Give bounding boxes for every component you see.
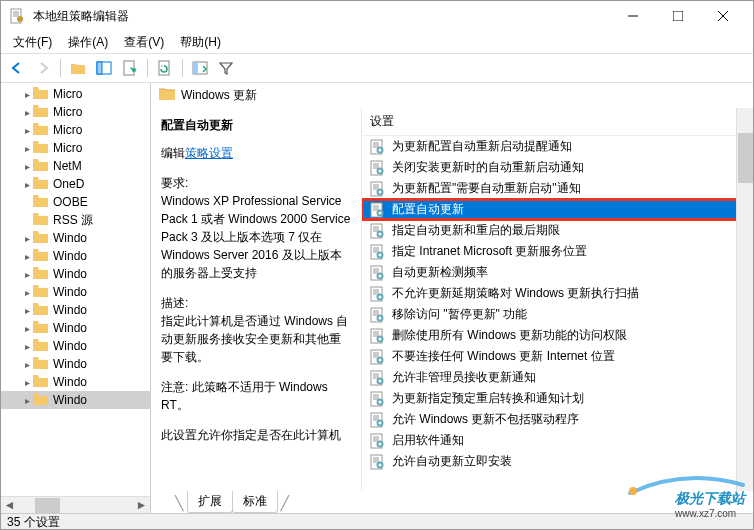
policy-icon	[370, 202, 386, 218]
folder-icon	[33, 393, 49, 407]
show-hide-tree-button[interactable]	[92, 56, 116, 80]
setting-item[interactable]: 关闭安装更新时的自动重新启动通知	[362, 157, 753, 178]
tree-item[interactable]: ▸NetM	[1, 157, 150, 175]
tree-item[interactable]: OOBE	[1, 193, 150, 211]
requirements-label: 要求:	[161, 174, 351, 192]
tree-item[interactable]: ▸Windo	[1, 283, 150, 301]
back-button[interactable]	[5, 56, 29, 80]
setting-item[interactable]: 移除访问 "暂停更新" 功能	[362, 304, 753, 325]
setting-item[interactable]: 为更新配置"需要自动重新启动"通知	[362, 178, 753, 199]
setting-item[interactable]: 为更新配置自动重新启动提醒通知	[362, 136, 753, 157]
setting-item-label: 为更新配置自动重新启动提醒通知	[392, 138, 572, 155]
tree-item[interactable]: ▸Micro	[1, 103, 150, 121]
maximize-button[interactable]	[655, 1, 700, 31]
minimize-button[interactable]	[610, 1, 655, 31]
policy-icon	[370, 370, 386, 386]
tree-item[interactable]: ▸Micro	[1, 139, 150, 157]
expand-icon[interactable]: ▸	[21, 161, 33, 172]
expand-icon[interactable]: ▸	[21, 395, 33, 406]
window-controls	[610, 1, 745, 31]
settings-list: 为更新配置自动重新启动提醒通知关闭安装更新时的自动重新启动通知为更新配置"需要自…	[362, 136, 753, 491]
properties-button[interactable]	[118, 56, 142, 80]
vertical-scrollbar[interactable]	[736, 108, 753, 491]
expand-icon[interactable]: ▸	[21, 269, 33, 280]
tree-item[interactable]: ▸Micro	[1, 121, 150, 139]
export-button[interactable]	[188, 56, 212, 80]
horizontal-scrollbar[interactable]: ◄►	[1, 496, 150, 513]
expand-icon[interactable]: ▸	[21, 179, 33, 190]
tree-item[interactable]: ▸Windo	[1, 337, 150, 355]
close-button[interactable]	[700, 1, 745, 31]
folder-icon	[33, 267, 49, 281]
menu-action[interactable]: 操作(A)	[60, 32, 116, 53]
svg-point-4	[17, 16, 23, 22]
setting-item[interactable]: 允许非管理员接收更新通知	[362, 367, 753, 388]
tree-item[interactable]: ▸Windo	[1, 319, 150, 337]
tree-item[interactable]: ▸Windo	[1, 391, 150, 409]
tab-extended[interactable]: 扩展	[187, 491, 233, 513]
more-text: 此设置允许你指定是否在此计算机	[161, 426, 351, 444]
setting-item[interactable]: 为更新指定预定重启转换和通知计划	[362, 388, 753, 409]
setting-item-label: 删除使用所有 Windows 更新功能的访问权限	[392, 327, 627, 344]
setting-item[interactable]: 允许 Windows 更新不包括驱动程序	[362, 409, 753, 430]
tree-item[interactable]: ▸Windo	[1, 247, 150, 265]
policy-icon	[370, 454, 386, 470]
setting-item[interactable]: 不要连接任何 Windows 更新 Internet 位置	[362, 346, 753, 367]
tree-item-label: Micro	[53, 123, 82, 137]
svg-point-33	[379, 190, 382, 193]
setting-item[interactable]: 启用软件通知	[362, 430, 753, 451]
expand-icon[interactable]: ▸	[21, 143, 33, 154]
tree-item[interactable]: ▸OneD	[1, 175, 150, 193]
tree-item[interactable]: ▸Windo	[1, 265, 150, 283]
folder-icon	[33, 285, 49, 299]
menu-help[interactable]: 帮助(H)	[172, 32, 229, 53]
setting-item[interactable]: 指定 Intranet Microsoft 更新服务位置	[362, 241, 753, 262]
folder-icon	[33, 123, 49, 137]
svg-point-63	[379, 295, 382, 298]
tree-item[interactable]: ▸Windo	[1, 355, 150, 373]
tree-item[interactable]: ▸Windo	[1, 229, 150, 247]
setting-item[interactable]: 允许自动更新立即安装	[362, 451, 753, 472]
tree-item[interactable]: ▸Windo	[1, 373, 150, 391]
setting-item-label: 不要连接任何 Windows 更新 Internet 位置	[392, 348, 615, 365]
tab-standard[interactable]: 标准	[232, 491, 278, 513]
expand-icon[interactable]: ▸	[21, 125, 33, 136]
expand-icon[interactable]: ▸	[21, 377, 33, 388]
setting-item[interactable]: 指定自动更新和重启的最后期限	[362, 220, 753, 241]
tree-item[interactable]: ▸Micro	[1, 85, 150, 103]
expand-icon[interactable]: ▸	[21, 359, 33, 370]
setting-item[interactable]: 配置自动更新	[362, 199, 753, 220]
folder-icon	[33, 303, 49, 317]
expand-icon[interactable]: ▸	[21, 251, 33, 262]
menu-view[interactable]: 查看(V)	[116, 32, 172, 53]
expand-icon[interactable]: ▸	[21, 89, 33, 100]
tree-item[interactable]: ▸Windo	[1, 301, 150, 319]
tree-item-label: Windo	[53, 231, 87, 245]
expand-icon[interactable]: ▸	[21, 305, 33, 316]
tree-item[interactable]: RSS 源	[1, 211, 150, 229]
filter-button[interactable]	[214, 56, 238, 80]
setting-item[interactable]: 删除使用所有 Windows 更新功能的访问权限	[362, 325, 753, 346]
content-pane: Windows 更新 配置自动更新 编辑策略设置 要求: Windows XP …	[151, 83, 753, 513]
policy-icon	[370, 328, 386, 344]
refresh-button[interactable]	[153, 56, 177, 80]
forward-button[interactable]	[31, 56, 55, 80]
setting-item-label: 移除访问 "暂停更新" 功能	[392, 306, 527, 323]
expand-icon[interactable]: ▸	[21, 341, 33, 352]
folder-icon	[33, 339, 49, 353]
toolbar-separator	[60, 59, 61, 77]
expand-icon[interactable]: ▸	[21, 323, 33, 334]
setting-item[interactable]: 自动更新检测频率	[362, 262, 753, 283]
settings-column-header[interactable]: 设置	[362, 108, 753, 136]
menu-file[interactable]: 文件(F)	[5, 32, 60, 53]
expand-icon[interactable]: ▸	[21, 233, 33, 244]
setting-item[interactable]: 不允许更新延期策略对 Windows 更新执行扫描	[362, 283, 753, 304]
edit-policy-link[interactable]: 策略设置	[185, 146, 233, 160]
expand-icon[interactable]: ▸	[21, 107, 33, 118]
policy-icon	[370, 391, 386, 407]
expand-icon[interactable]: ▸	[21, 287, 33, 298]
folder-icon	[33, 177, 49, 191]
up-button[interactable]	[66, 56, 90, 80]
svg-point-45	[379, 232, 382, 235]
setting-item-label: 允许 Windows 更新不包括驱动程序	[392, 411, 579, 428]
